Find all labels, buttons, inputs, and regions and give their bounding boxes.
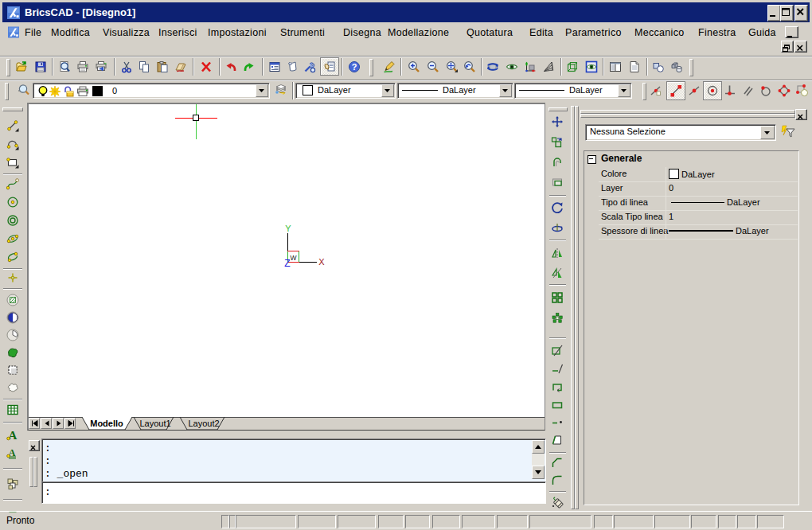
svg-text:Z: Z — [284, 258, 290, 268]
svg-text:Y: Y — [285, 224, 291, 233]
svg-text:?: ? — [352, 62, 357, 72]
svg-text:Modello: Modello — [90, 419, 123, 428]
svg-text:Layout1: Layout1 — [139, 419, 170, 428]
svg-text:Layout2: Layout2 — [188, 419, 219, 428]
svg-text:W: W — [290, 254, 296, 262]
svg-text:X: X — [318, 257, 325, 267]
